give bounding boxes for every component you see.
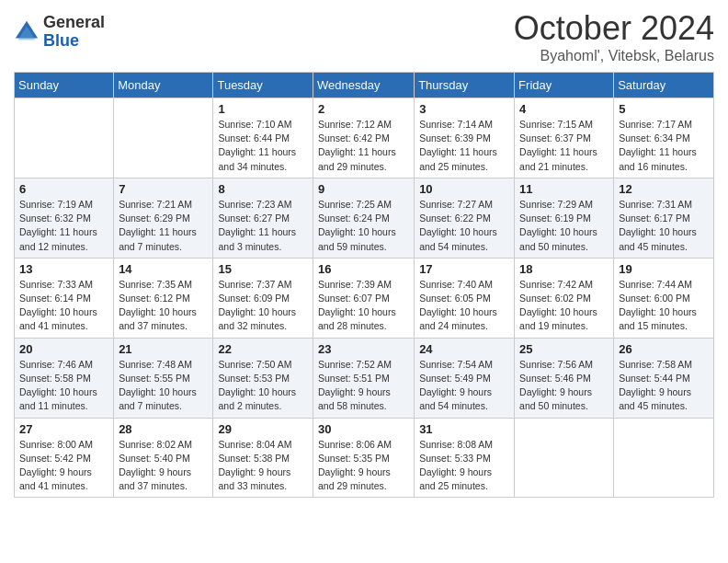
day-info: Sunrise: 7:29 AM Sunset: 6:19 PM Dayligh… bbox=[519, 198, 609, 254]
day-info: Sunrise: 7:44 AM Sunset: 6:00 PM Dayligh… bbox=[619, 278, 709, 334]
title-section: October 2024 Byahoml', Vitebsk, Belarus bbox=[514, 9, 714, 64]
daylight-text: Daylight: 9 hours and 33 minutes. bbox=[218, 466, 290, 491]
sunrise-text: Sunrise: 7:46 AM bbox=[19, 359, 93, 370]
sunset-text: Sunset: 6:37 PM bbox=[519, 132, 591, 144]
calendar-cell bbox=[614, 418, 714, 498]
col-monday: Monday bbox=[114, 73, 213, 98]
sunrise-text: Sunrise: 7:37 AM bbox=[218, 279, 291, 290]
day-info: Sunrise: 7:33 AM Sunset: 6:14 PM Dayligh… bbox=[19, 278, 108, 334]
day-number: 28 bbox=[119, 422, 208, 436]
daylight-text: Daylight: 9 hours and 54 minutes. bbox=[419, 386, 492, 411]
day-info: Sunrise: 8:04 AM Sunset: 5:38 PM Dayligh… bbox=[218, 438, 308, 494]
day-info: Sunrise: 7:58 AM Sunset: 5:44 PM Dayligh… bbox=[619, 358, 709, 414]
sunrise-text: Sunrise: 7:15 AM bbox=[519, 119, 593, 130]
calendar-cell: 13 Sunrise: 7:33 AM Sunset: 6:14 PM Dayl… bbox=[15, 258, 114, 338]
day-info: Sunrise: 7:42 AM Sunset: 6:02 PM Dayligh… bbox=[519, 278, 609, 334]
calendar-cell bbox=[515, 418, 614, 498]
sunrise-text: Sunrise: 7:48 AM bbox=[119, 359, 192, 370]
calendar-cell: 14 Sunrise: 7:35 AM Sunset: 6:12 PM Dayl… bbox=[114, 258, 213, 338]
day-number: 1 bbox=[218, 102, 308, 116]
daylight-text: Daylight: 10 hours and 50 minutes. bbox=[519, 226, 597, 251]
day-info: Sunrise: 7:37 AM Sunset: 6:09 PM Dayligh… bbox=[218, 278, 308, 334]
day-number: 16 bbox=[318, 262, 409, 276]
day-info: Sunrise: 7:21 AM Sunset: 6:29 PM Dayligh… bbox=[119, 198, 208, 254]
col-thursday: Thursday bbox=[415, 73, 515, 98]
calendar-cell: 19 Sunrise: 7:44 AM Sunset: 6:00 PM Dayl… bbox=[614, 258, 714, 338]
page-header: General Blue October 2024 Byahoml', Vite… bbox=[14, 9, 714, 64]
sunrise-text: Sunrise: 7:54 AM bbox=[419, 359, 493, 370]
calendar-cell: 8 Sunrise: 7:23 AM Sunset: 6:27 PM Dayli… bbox=[213, 178, 313, 258]
sunset-text: Sunset: 5:49 PM bbox=[419, 373, 491, 384]
sunrise-text: Sunrise: 7:23 AM bbox=[218, 199, 291, 210]
sunset-text: Sunset: 6:17 PM bbox=[619, 213, 690, 224]
daylight-text: Daylight: 10 hours and 28 minutes. bbox=[318, 306, 396, 331]
sunset-text: Sunset: 6:24 PM bbox=[318, 213, 390, 224]
day-number: 29 bbox=[218, 422, 308, 436]
daylight-text: Daylight: 10 hours and 15 minutes. bbox=[619, 306, 697, 331]
daylight-text: Daylight: 11 hours and 29 minutes. bbox=[318, 146, 396, 171]
sunrise-text: Sunrise: 7:21 AM bbox=[119, 199, 192, 210]
daylight-text: Daylight: 10 hours and 59 minutes. bbox=[318, 226, 396, 251]
sunset-text: Sunset: 6:19 PM bbox=[519, 213, 591, 224]
sunrise-text: Sunrise: 7:19 AM bbox=[19, 199, 93, 210]
sunset-text: Sunset: 5:42 PM bbox=[19, 453, 91, 464]
sunset-text: Sunset: 6:39 PM bbox=[419, 132, 491, 144]
daylight-text: Daylight: 10 hours and 24 minutes. bbox=[419, 306, 497, 331]
day-info: Sunrise: 8:06 AM Sunset: 5:35 PM Dayligh… bbox=[318, 438, 409, 494]
sunrise-text: Sunrise: 7:40 AM bbox=[419, 279, 493, 290]
day-info: Sunrise: 7:56 AM Sunset: 5:46 PM Dayligh… bbox=[519, 358, 609, 414]
daylight-text: Daylight: 9 hours and 41 minutes. bbox=[19, 466, 92, 491]
location-subtitle: Byahoml', Vitebsk, Belarus bbox=[514, 48, 714, 64]
calendar-cell bbox=[15, 98, 114, 178]
sunrise-text: Sunrise: 7:39 AM bbox=[318, 279, 392, 290]
calendar-cell: 21 Sunrise: 7:48 AM Sunset: 5:55 PM Dayl… bbox=[114, 338, 213, 418]
daylight-text: Daylight: 11 hours and 12 minutes. bbox=[19, 226, 97, 251]
sunrise-text: Sunrise: 7:35 AM bbox=[119, 279, 192, 290]
daylight-text: Daylight: 9 hours and 29 minutes. bbox=[318, 466, 391, 491]
calendar-cell: 23 Sunrise: 7:52 AM Sunset: 5:51 PM Dayl… bbox=[313, 338, 415, 418]
sunset-text: Sunset: 6:44 PM bbox=[218, 132, 290, 144]
sunset-text: Sunset: 6:07 PM bbox=[318, 293, 390, 304]
daylight-text: Daylight: 10 hours and 2 minutes. bbox=[218, 386, 296, 411]
logo-text: General Blue bbox=[43, 14, 105, 51]
calendar-cell: 1 Sunrise: 7:10 AM Sunset: 6:44 PM Dayli… bbox=[213, 98, 313, 178]
sunset-text: Sunset: 5:44 PM bbox=[619, 373, 690, 384]
logo-icon bbox=[14, 19, 40, 45]
daylight-text: Daylight: 10 hours and 19 minutes. bbox=[519, 306, 597, 331]
sunrise-text: Sunrise: 7:42 AM bbox=[519, 279, 593, 290]
calendar-table: Sunday Monday Tuesday Wednesday Thursday… bbox=[14, 72, 714, 498]
sunrise-text: Sunrise: 8:02 AM bbox=[119, 439, 192, 450]
daylight-text: Daylight: 9 hours and 50 minutes. bbox=[519, 386, 592, 411]
daylight-text: Daylight: 11 hours and 25 minutes. bbox=[419, 146, 497, 171]
calendar-cell: 15 Sunrise: 7:37 AM Sunset: 6:09 PM Dayl… bbox=[213, 258, 313, 338]
daylight-text: Daylight: 10 hours and 37 minutes. bbox=[119, 306, 197, 331]
sunrise-text: Sunrise: 8:08 AM bbox=[419, 439, 493, 450]
sunrise-text: Sunrise: 7:12 AM bbox=[318, 119, 392, 130]
day-number: 4 bbox=[519, 102, 609, 116]
sunrise-text: Sunrise: 7:33 AM bbox=[19, 279, 93, 290]
day-number: 15 bbox=[218, 262, 308, 276]
day-info: Sunrise: 7:48 AM Sunset: 5:55 PM Dayligh… bbox=[119, 358, 208, 414]
calendar-cell: 10 Sunrise: 7:27 AM Sunset: 6:22 PM Dayl… bbox=[415, 178, 515, 258]
logo: General Blue bbox=[14, 14, 105, 51]
calendar-cell: 22 Sunrise: 7:50 AM Sunset: 5:53 PM Dayl… bbox=[213, 338, 313, 418]
day-info: Sunrise: 7:39 AM Sunset: 6:07 PM Dayligh… bbox=[318, 278, 409, 334]
sunrise-text: Sunrise: 7:56 AM bbox=[519, 359, 593, 370]
sunset-text: Sunset: 5:40 PM bbox=[119, 453, 190, 464]
daylight-text: Daylight: 11 hours and 7 minutes. bbox=[119, 226, 197, 251]
sunrise-text: Sunrise: 8:06 AM bbox=[318, 439, 392, 450]
sunrise-text: Sunrise: 7:44 AM bbox=[619, 279, 692, 290]
day-number: 3 bbox=[419, 102, 509, 116]
sunset-text: Sunset: 6:42 PM bbox=[318, 132, 390, 144]
calendar-cell: 7 Sunrise: 7:21 AM Sunset: 6:29 PM Dayli… bbox=[114, 178, 213, 258]
daylight-text: Daylight: 9 hours and 37 minutes. bbox=[119, 466, 191, 491]
calendar-cell: 27 Sunrise: 8:00 AM Sunset: 5:42 PM Dayl… bbox=[15, 418, 114, 498]
calendar-cell: 25 Sunrise: 7:56 AM Sunset: 5:46 PM Dayl… bbox=[515, 338, 614, 418]
sunrise-text: Sunrise: 7:50 AM bbox=[218, 359, 291, 370]
day-info: Sunrise: 7:46 AM Sunset: 5:58 PM Dayligh… bbox=[19, 358, 108, 414]
calendar-cell: 11 Sunrise: 7:29 AM Sunset: 6:19 PM Dayl… bbox=[515, 178, 614, 258]
day-number: 13 bbox=[19, 262, 108, 276]
daylight-text: Daylight: 10 hours and 32 minutes. bbox=[218, 306, 296, 331]
daylight-text: Daylight: 11 hours and 34 minutes. bbox=[218, 146, 296, 171]
day-info: Sunrise: 8:08 AM Sunset: 5:33 PM Dayligh… bbox=[419, 438, 509, 494]
